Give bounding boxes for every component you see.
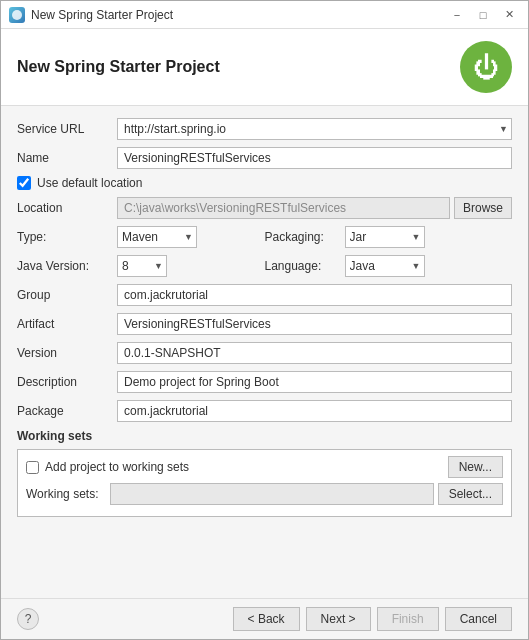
packaging-label: Packaging: [265, 230, 345, 244]
titlebar-title: New Spring Starter Project [31, 8, 173, 22]
svg-point-0 [12, 10, 22, 20]
name-label: Name [17, 151, 117, 165]
type-label: Type: [17, 230, 117, 244]
use-default-location-label[interactable]: Use default location [37, 176, 142, 190]
form-content: Service URL ▼ Name Use default location … [1, 106, 528, 598]
close-button[interactable]: ✕ [498, 6, 520, 24]
description-input[interactable] [117, 371, 512, 393]
help-button[interactable]: ? [17, 608, 39, 630]
java-language-row: Java Version: 8 11 17 ▼ Language: Java K… [17, 255, 512, 277]
service-url-row: Service URL ▼ [17, 118, 512, 140]
service-url-input[interactable] [117, 118, 512, 140]
packaging-select[interactable]: Jar War [345, 226, 425, 248]
artifact-label: Artifact [17, 317, 117, 331]
browse-button[interactable]: Browse [454, 197, 512, 219]
working-sets-inner: Add project to working sets New... Worki… [18, 450, 511, 516]
page-title: New Spring Starter Project [17, 58, 220, 76]
version-input[interactable] [117, 342, 512, 364]
java-version-label: Java Version: [17, 259, 117, 273]
window: New Spring Starter Project − □ ✕ New Spr… [0, 0, 529, 640]
java-version-section: Java Version: 8 11 17 ▼ [17, 255, 265, 277]
version-row: Version [17, 342, 512, 364]
group-label: Group [17, 288, 117, 302]
package-input[interactable] [117, 400, 512, 422]
package-row: Package [17, 400, 512, 422]
group-row: Group [17, 284, 512, 306]
spring-logo: ⏻ [460, 41, 512, 93]
minimize-button[interactable]: − [446, 6, 468, 24]
package-label: Package [17, 404, 117, 418]
finish-button[interactable]: Finish [377, 607, 439, 631]
working-sets-input[interactable] [110, 483, 434, 505]
java-version-select-wrapper: 8 11 17 ▼ [117, 255, 167, 277]
type-section: Type: Maven Gradle ▼ [17, 226, 265, 248]
name-row: Name [17, 147, 512, 169]
language-select-wrapper: Java Kotlin Groovy ▼ [345, 255, 425, 277]
bottom-right: < Back Next > Finish Cancel [233, 607, 512, 631]
working-sets-input-row: Working sets: Select... [26, 483, 503, 505]
java-version-select[interactable]: 8 11 17 [117, 255, 167, 277]
location-row: Location Browse [17, 197, 512, 219]
packaging-select-wrapper: Jar War ▼ [345, 226, 425, 248]
type-select[interactable]: Maven Gradle [117, 226, 197, 248]
titlebar-controls: − □ ✕ [446, 6, 520, 24]
use-default-location-row: Use default location [17, 176, 512, 190]
group-input[interactable] [117, 284, 512, 306]
name-input[interactable] [117, 147, 512, 169]
working-sets-section-label: Working sets [17, 429, 512, 443]
bottom-bar: ? < Back Next > Finish Cancel [1, 598, 528, 639]
back-button[interactable]: < Back [233, 607, 300, 631]
language-section: Language: Java Kotlin Groovy ▼ [265, 255, 513, 277]
empty-area [17, 524, 512, 584]
add-working-sets-row: Add project to working sets New... [26, 456, 503, 478]
add-working-sets-label[interactable]: Add project to working sets [45, 460, 444, 474]
type-packaging-row: Type: Maven Gradle ▼ Packaging: Jar War [17, 226, 512, 248]
type-select-wrapper: Maven Gradle ▼ [117, 226, 197, 248]
artifact-input[interactable] [117, 313, 512, 335]
working-sets-box: Add project to working sets New... Worki… [17, 449, 512, 517]
select-working-sets-button[interactable]: Select... [438, 483, 503, 505]
bottom-left: ? [17, 608, 39, 630]
add-working-sets-checkbox[interactable] [26, 461, 39, 474]
location-input[interactable] [117, 197, 450, 219]
next-button[interactable]: Next > [306, 607, 371, 631]
use-default-location-checkbox[interactable] [17, 176, 31, 190]
header-section: New Spring Starter Project ⏻ [1, 29, 528, 106]
artifact-row: Artifact [17, 313, 512, 335]
language-select[interactable]: Java Kotlin Groovy [345, 255, 425, 277]
power-icon: ⏻ [473, 52, 499, 83]
description-label: Description [17, 375, 117, 389]
description-row: Description [17, 371, 512, 393]
app-icon [9, 7, 25, 23]
service-url-label: Service URL [17, 122, 117, 136]
cancel-button[interactable]: Cancel [445, 607, 512, 631]
maximize-button[interactable]: □ [472, 6, 494, 24]
version-label: Version [17, 346, 117, 360]
titlebar: New Spring Starter Project − □ ✕ [1, 1, 528, 29]
working-sets-label: Working sets: [26, 487, 106, 501]
packaging-section: Packaging: Jar War ▼ [265, 226, 513, 248]
titlebar-left: New Spring Starter Project [9, 7, 173, 23]
new-working-set-button[interactable]: New... [448, 456, 503, 478]
location-label: Location [17, 201, 117, 215]
language-label: Language: [265, 259, 345, 273]
